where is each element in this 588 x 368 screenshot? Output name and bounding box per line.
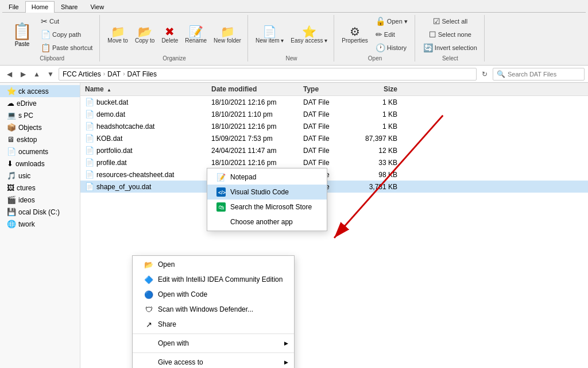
new-label: New [286,55,297,62]
breadcrumb-fcc[interactable]: FCC Articles [63,70,101,78]
submenu-store[interactable]: 🛍 Search the Microsoft Store [207,200,327,214]
file-row[interactable]: 📄KOB.dat 15/09/2021 7:53 pm DAT File 87,… [80,132,588,144]
file-icon: 📄 [85,98,94,106]
documents-icon: 📄 [7,147,16,156]
file-row-selected[interactable]: 📄shape_of_you.dat 13/09/2019 9:53 DAT Fi… [80,181,588,193]
edit-button[interactable]: ✏ Edit [372,28,411,41]
tab-file[interactable]: File [2,1,25,12]
sidebar-item-desktop[interactable]: 🖥 esktop [0,133,80,145]
recent-button[interactable]: ▼ [45,68,56,80]
file-row[interactable]: 📄profile.dat 18/10/2021 12:16 pm DAT Fil… [80,156,588,168]
ctx-give-access-icon [144,358,153,367]
paste-shortcut-button[interactable]: 📋 Paste shortcut [37,41,96,54]
up-button[interactable]: ▲ [31,68,42,80]
ctx-defender[interactable]: 🛡 Scan with Windows Defender... [133,302,294,317]
forward-button[interactable]: ▶ [17,68,29,80]
videos-icon: 🎬 [7,195,16,204]
search-input[interactable] [508,71,581,78]
ctx-open[interactable]: 📂 Open [133,257,294,272]
sidebar-item-objects[interactable]: 📦 Objects [0,121,80,133]
new-folder-icon: 📁 [220,26,235,37]
organize-label: Organize [163,55,186,62]
open-label: Open ▾ [387,18,408,25]
select-all-button[interactable]: ☑ Select all [430,15,471,28]
file-row[interactable]: 📄resources-cheatsheet.dat 18/05/2021 1:2… [80,168,588,181]
new-item-button[interactable]: 📄 New item ▾ [253,24,287,45]
file-icon: 📄 [85,170,94,179]
sidebar-item-documents[interactable]: 📄 ocuments [0,145,80,158]
ribbon-content: 📋 Paste ✂ Cut 📄 Copy path 📋 Paste shortc… [2,14,586,63]
easy-access-button[interactable]: ⭐ Easy access ▾ [288,24,330,45]
ctx-give-access[interactable]: Give access to [133,355,294,368]
invert-selection-button[interactable]: 🔄 Invert selection [420,41,481,54]
select-none-button[interactable]: ☐ Select none [425,28,475,41]
cut-icon: ✂ [41,17,48,26]
submenu-choose-app[interactable]: Choose another app [207,214,327,229]
rename-button[interactable]: 📝 Rename [182,24,210,45]
sidebar-item-videos[interactable]: 🎬 ideos [0,194,80,206]
paste-icon: 📋 [12,22,32,41]
ctx-intellij-icon: 🔷 [144,275,153,284]
sidebar-item-downloads[interactable]: ⬇ ownloads [0,158,80,170]
delete-button[interactable]: ✖ Delete [158,24,181,45]
select-all-icon: ☑ [433,17,440,26]
col-name-header[interactable]: Name ▲ [80,84,207,94]
clipboard-btns: 📋 Paste ✂ Cut 📄 Copy path 📋 Paste shortc… [8,15,96,54]
col-size-header[interactable]: Size [356,84,402,94]
open-button[interactable]: 🔓 Open ▾ [372,15,411,28]
addressbar: ◀ ▶ ▲ ▼ FCC Articles › DAT › DAT Files ↻… [0,66,588,83]
file-list-area: Name ▲ Date modified Type Size 📄bucket.d… [80,83,588,368]
tab-share[interactable]: Share [55,1,84,12]
copy-to-button[interactable]: 📂 Copy to [132,24,157,45]
sidebar-item-onedrive[interactable]: ☁ eDrive [0,97,80,109]
new-group: 📄 New item ▾ ⭐ Easy access ▾ New [249,15,334,62]
file-row[interactable]: 📄demo.dat 18/10/2021 1:10 pm DAT File 1 … [80,108,588,120]
ctx-open-with[interactable]: Open with [133,336,294,351]
sep2: › [123,71,125,77]
back-button[interactable]: ◀ [3,68,15,80]
sidebar-item-quick-access[interactable]: ⭐ ck access [0,85,80,97]
ctx-share[interactable]: ↗ Share [133,317,294,332]
sidebar-item-local-disk[interactable]: 💾 ocal Disk (C:) [0,206,80,218]
sidebar-item-music[interactable]: 🎵 usic [0,170,80,182]
tab-view[interactable]: View [84,1,110,12]
copy-icon: 📂 [138,26,152,37]
edit-icon: ✏ [376,30,382,39]
paste-button[interactable]: 📋 Paste [8,20,36,49]
properties-icon: ⚙ [350,26,360,37]
clipboard-col: ✂ Cut 📄 Copy path 📋 Paste shortcut [37,15,96,54]
col-date-header[interactable]: Date modified [207,84,299,94]
sidebar-item-this-pc[interactable]: 💻 s PC [0,109,80,121]
breadcrumb-dat[interactable]: DAT [107,70,121,78]
tab-home[interactable]: Home [25,1,55,13]
move-to-button[interactable]: 📁 Move to [105,24,131,45]
svg-text:</>: </> [218,190,226,195]
ribbon-tabs: File Home Share View [2,1,586,13]
breadcrumb-dat-files[interactable]: DAT Files [127,70,157,78]
history-button[interactable]: 🕐 History [372,41,411,54]
submenu-vscode[interactable]: </> Visual Studio Code [207,185,327,200]
paste-shortcut-label: Paste shortcut [52,44,92,51]
ctx-intellij[interactable]: 🔷 Edit with IntelliJ IDEA Community Edit… [133,272,294,287]
col-type-header[interactable]: Type [299,84,356,94]
refresh-button[interactable]: ↻ [479,68,490,80]
properties-button[interactable]: ⚙ Properties [339,24,371,45]
quick-access-icon: ⭐ [7,87,16,95]
sidebar-item-network[interactable]: 🌐 twork [0,218,80,230]
file-row[interactable]: 📄portfolio.dat 24/04/2021 11:47 am DAT F… [80,144,588,156]
this-pc-icon: 💻 [7,111,16,120]
onedrive-icon: ☁ [7,99,14,108]
copy-path-button[interactable]: 📄 Copy path [37,28,96,41]
open-label: Open [368,55,382,62]
breadcrumb[interactable]: FCC Articles › DAT › DAT Files [59,68,477,80]
ctx-open-with-icon [144,339,153,348]
ctx-sep1 [133,334,294,334]
file-row[interactable]: 📄headshotcache.dat 18/10/2021 12:16 pm D… [80,120,588,132]
ctx-open-code[interactable]: 🔵 Open with Code [133,287,294,302]
cut-button[interactable]: ✂ Cut [37,15,96,28]
submenu-notepad[interactable]: 📝 Notepad [207,170,327,185]
new-folder-button[interactable]: 📁 New folder [211,24,244,45]
sidebar-item-pictures[interactable]: 🖼 ctures [0,182,80,194]
file-row[interactable]: 📄bucket.dat 18/10/2021 12:16 pm DAT File… [80,96,588,108]
ctx-open-icon: 📂 [144,260,153,269]
